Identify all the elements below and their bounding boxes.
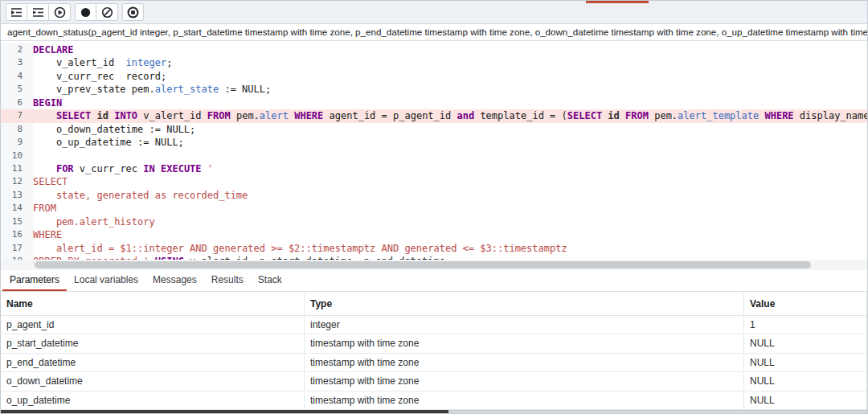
gutter-line-number[interactable]: 16 (1, 228, 33, 241)
debugger-tabs: ParametersLocal variablesMessagesResults… (1, 270, 867, 292)
value-cell: NULL (744, 391, 867, 410)
gutter-line-number[interactable]: 4 (1, 70, 33, 83)
toolbar-group (122, 3, 144, 21)
code-line: 11 FOR v_curr_rec IN EXECUTE ' (1, 162, 867, 175)
gutter-line-number[interactable]: 9 (1, 136, 33, 149)
type-cell: timestamp with time zone (305, 334, 744, 353)
value-cell: 1 (744, 316, 867, 334)
gutter-line-number[interactable]: 14 (1, 202, 33, 215)
debug-toolbar (1, 1, 867, 24)
code-line: 10 (1, 150, 867, 162)
column-header-name[interactable]: Name (1, 292, 305, 316)
step-over-icon (32, 7, 44, 18)
code-line: 14FROM (1, 202, 867, 215)
code-line: 17 alert_id = $1::integer AND generated … (1, 242, 867, 255)
tab-messages[interactable]: Messages (145, 270, 204, 291)
type-cell: integer (305, 316, 744, 334)
continue-icon (54, 6, 66, 18)
bottom-strip (1, 410, 867, 414)
code-text: SELECT (33, 175, 867, 188)
clear-breakpoints-button[interactable] (96, 3, 118, 21)
tab-parameters[interactable]: Parameters (2, 270, 67, 291)
type-cell: timestamp with time zone (305, 354, 744, 372)
column-header-value[interactable]: Value (744, 292, 867, 316)
code-line: 6BEGIN (1, 96, 867, 109)
type-cell: timestamp with time zone (305, 372, 744, 391)
tab-stack[interactable]: Stack (251, 270, 289, 291)
code-editor[interactable]: 2DECLARE3 v_alert_id integer;4 v_curr_re… (1, 41, 867, 270)
horizontal-scrollbar[interactable] (1, 260, 867, 270)
code-text: WHERE (33, 228, 867, 241)
code-text (33, 150, 867, 162)
gutter-line-number[interactable]: 12 (1, 175, 33, 188)
tab-local-variables[interactable]: Local variables (67, 270, 145, 291)
code-line: 4 v_curr_rec record; (1, 70, 867, 83)
bottom-strip-light (448, 410, 867, 414)
scrollbar-thumb[interactable] (35, 261, 811, 268)
gutter-line-number[interactable]: 10 (1, 150, 33, 162)
toolbar-group (6, 3, 71, 21)
code-text: SELECT id INTO v_alert_id FROM pem.alert… (33, 109, 867, 122)
code-text: state, generated as recorded_time (33, 189, 867, 202)
code-line: 5 v_prev_state pem.alert_state := NULL; (1, 83, 867, 96)
value-cell: NULL (744, 372, 867, 391)
stop-button[interactable] (122, 3, 144, 21)
gutter-line-number[interactable]: 2 (1, 43, 33, 56)
value-cell: NULL (744, 334, 867, 353)
code-line: 3 v_alert_id integer; (1, 56, 867, 69)
code-text: FROM (33, 202, 867, 215)
tab-results[interactable]: Results (204, 270, 251, 291)
code-line-current: 7 SELECT id INTO v_alert_id FROM pem.ale… (1, 109, 867, 122)
gutter-line-number[interactable]: 13 (1, 189, 33, 202)
code-text: v_prev_state pem.alert_state := NULL; (33, 83, 867, 96)
code-text: v_alert_id integer; (33, 56, 867, 69)
code-text: o_up_datetime := NULL; (33, 136, 867, 149)
table-row[interactable]: p_start_datetimetimestamp with time zone… (1, 334, 867, 353)
code-text: v_curr_rec record; (33, 70, 867, 83)
gutter-line-number[interactable]: 8 (1, 123, 33, 136)
step-over-button[interactable] (27, 3, 49, 21)
code-text: o_down_datetime := NULL; (33, 123, 867, 136)
table-row[interactable]: p_end_datetimetimestamp with time zoneNU… (1, 354, 867, 372)
gutter-line-number[interactable]: 3 (1, 56, 33, 69)
gutter-line-number[interactable]: 7 (1, 109, 33, 122)
code-line: 12SELECT (1, 175, 867, 188)
gutter-line-number[interactable]: 11 (1, 162, 33, 175)
column-header-type[interactable]: Type (305, 292, 744, 316)
code-text: FOR v_curr_rec IN EXECUTE ' (33, 162, 867, 175)
type-cell: timestamp with time zone (305, 391, 744, 410)
continue-button[interactable] (49, 3, 71, 21)
gutter-line-number[interactable]: 15 (1, 215, 33, 228)
toolbar-group (75, 3, 118, 21)
name-cell: p_start_datetime (1, 334, 305, 353)
gutter-line-number[interactable]: 5 (1, 83, 33, 96)
name-cell: p_end_datetime (1, 354, 305, 372)
code-text: DECLARE (33, 43, 867, 56)
function-signature: agent_down_status(p_agent_id integer, p_… (1, 24, 867, 41)
table-row[interactable]: p_agent_idinteger1 (1, 316, 867, 334)
code-line: 9 o_up_datetime := NULL; (1, 136, 867, 149)
code-line: 13 state, generated as recorded_time (1, 189, 867, 202)
name-cell: p_agent_id (1, 316, 305, 334)
value-cell: NULL (744, 354, 867, 372)
toggle-breakpoint-icon (80, 6, 92, 18)
table-row[interactable]: o_up_datetimetimestamp with time zoneNUL… (1, 391, 867, 410)
code-line: 15 pem.alert_history (1, 215, 867, 228)
top-red-tab-indicator (586, 1, 649, 3)
clear-breakpoints-icon (101, 6, 113, 18)
code-line: 2DECLARE (1, 43, 867, 56)
step-into-icon (10, 7, 23, 18)
code-text: alert_id = $1::integer AND generated >= … (33, 242, 867, 255)
grid-header-row: NameTypeValue (1, 292, 867, 316)
step-into-button[interactable] (6, 3, 27, 21)
debugger-window: agent_down_status(p_agent_id integer, p_… (0, 0, 868, 414)
gutter-line-number[interactable]: 17 (1, 242, 33, 255)
toggle-breakpoint-button[interactable] (75, 3, 96, 21)
name-cell: o_down_datetime (1, 372, 305, 391)
stop-icon (127, 6, 139, 18)
code-line: 16WHERE (1, 228, 867, 241)
bottom-strip-dark (1, 410, 448, 414)
table-row[interactable]: o_down_datetimetimestamp with time zoneN… (1, 372, 867, 391)
parameters-grid: NameTypeValuep_agent_idinteger1p_start_d… (1, 292, 867, 410)
gutter-line-number[interactable]: 6 (1, 96, 33, 109)
